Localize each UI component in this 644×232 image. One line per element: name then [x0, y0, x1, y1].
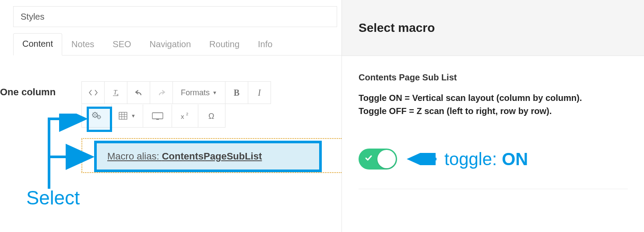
- macro-info: Contents Page Sub List Toggle ON = Verti…: [342, 56, 644, 118]
- redo-button[interactable]: [150, 81, 172, 104]
- source-code-button[interactable]: [81, 81, 104, 104]
- table-button[interactable]: ▼: [111, 104, 143, 127]
- macro-panel: Select macro Contents Page Sub List Togg…: [341, 0, 644, 232]
- layout-toggle[interactable]: [359, 149, 397, 170]
- editor-panel: Content Notes SEO Navigation Routing Inf…: [0, 0, 341, 232]
- superscript-button[interactable]: x2: [172, 104, 198, 127]
- macro-placeholder-text: Macro alias: ContentsPageSubList: [107, 151, 262, 162]
- tab-content[interactable]: Content: [13, 33, 62, 55]
- macro-panel-title: Select macro: [359, 21, 435, 35]
- section-label: One column: [0, 87, 56, 98]
- formats-label: Formats: [181, 88, 210, 97]
- bold-button[interactable]: B: [225, 81, 248, 104]
- media-button[interactable]: [143, 104, 172, 127]
- svg-text:2: 2: [186, 112, 188, 116]
- check-icon: [365, 154, 373, 164]
- chevron-down-icon: ▼: [212, 90, 217, 95]
- divider: [359, 189, 628, 189]
- svg-text:×: ×: [116, 93, 119, 97]
- tab-navigation[interactable]: Navigation: [141, 34, 201, 55]
- macro-button[interactable]: [81, 104, 111, 127]
- tab-seo[interactable]: SEO: [103, 34, 140, 55]
- undo-button[interactable]: [127, 81, 150, 104]
- svg-rect-12: [152, 113, 163, 119]
- tab-info[interactable]: Info: [249, 34, 282, 55]
- rte-toolbar-row2: ▼ x2 Ω: [81, 104, 225, 128]
- formats-dropdown[interactable]: Formats ▼: [172, 81, 225, 104]
- svg-rect-7: [119, 112, 127, 119]
- annotation-toggle-label: toggle: ON: [406, 149, 528, 169]
- macro-placeholder[interactable]: Macro alias: ContentsPageSubList: [94, 141, 322, 172]
- svg-rect-13: [156, 119, 159, 120]
- svg-text:Ω: Ω: [208, 112, 214, 120]
- svg-point-4: [94, 114, 95, 115]
- tab-routing[interactable]: Routing: [200, 34, 249, 55]
- svg-point-6: [99, 117, 99, 118]
- tabs: Content Notes SEO Navigation Routing Inf…: [13, 33, 341, 55]
- macro-name: Contents Page Sub List: [359, 73, 627, 83]
- svg-text:x: x: [181, 113, 184, 120]
- annotation-select-label: Select: [26, 187, 80, 209]
- toggle-knob: [377, 150, 396, 168]
- chevron-down-icon: ▼: [131, 113, 136, 118]
- macro-panel-header: Select macro: [342, 0, 644, 56]
- special-char-button[interactable]: Ω: [198, 104, 225, 127]
- toggle-row: toggle: ON: [359, 149, 528, 170]
- rte-toolbar-row1: T× Formats ▼ B I: [81, 81, 271, 104]
- clear-formatting-button[interactable]: T×: [104, 81, 127, 104]
- macro-description: Toggle ON = Vertical scan layout (column…: [359, 91, 627, 118]
- italic-button[interactable]: I: [248, 81, 271, 104]
- styles-input[interactable]: [13, 6, 337, 27]
- tab-notes[interactable]: Notes: [62, 34, 103, 55]
